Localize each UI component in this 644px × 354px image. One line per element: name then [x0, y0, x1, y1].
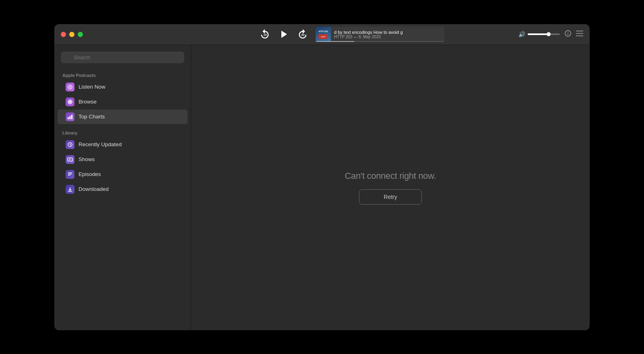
recently-updated-icon: [66, 140, 74, 149]
episodes-icon: [66, 170, 74, 179]
now-playing-subtitle: HTTP 203 — 8. May 2020: [334, 35, 441, 39]
search-container: 🔍: [54, 52, 191, 70]
play-button[interactable]: [276, 28, 291, 40]
browse-icon: [66, 97, 74, 106]
listen-now-icon: [66, 83, 74, 91]
volume-control[interactable]: 🔊: [518, 31, 560, 37]
svg-text:15: 15: [264, 33, 267, 36]
now-playing-bar[interactable]: HTTP 203 HTTP d by text encodings How to…: [316, 27, 444, 42]
thumbnail-label: HTTP 203: [318, 29, 329, 34]
skip-back-button[interactable]: 15: [256, 27, 274, 41]
title-bar: 15 30 HTTP 203: [54, 24, 590, 45]
downloaded-label: Downloaded: [78, 186, 109, 192]
recently-updated-label: Recently Updated: [78, 141, 122, 147]
close-button[interactable]: [61, 32, 66, 37]
volume-thumb: [547, 32, 551, 36]
minimize-button[interactable]: [69, 32, 74, 37]
downloaded-icon: [66, 185, 74, 194]
shows-label: Shows: [78, 156, 95, 162]
svg-point-11: [69, 101, 71, 103]
podcast-thumbnail: HTTP 203 HTTP: [316, 27, 331, 42]
svg-rect-16: [68, 158, 72, 161]
progress-bar[interactable]: [316, 41, 444, 42]
app-window: 15 30 HTTP 203: [54, 24, 590, 330]
svg-rect-13: [70, 116, 71, 119]
top-charts-icon: [66, 112, 74, 121]
browse-label: Browse: [78, 99, 97, 105]
search-input[interactable]: [61, 52, 184, 63]
player-controls: 15 30 HTTP 203: [191, 27, 509, 42]
svg-marker-9: [70, 86, 72, 88]
library-section-label: Library: [54, 127, 191, 137]
apple-podcasts-section-label: Apple Podcasts: [54, 70, 191, 79]
sidebar-item-shows[interactable]: Shows: [58, 152, 188, 167]
volume-slider[interactable]: [528, 33, 560, 35]
shows-icon: [66, 155, 74, 164]
now-playing-info: d by text encodings How to avoid g HTTP …: [331, 29, 444, 40]
sidebar-item-downloaded[interactable]: Downloaded: [58, 182, 188, 197]
sidebar-item-recently-updated[interactable]: Recently Updated: [58, 137, 188, 152]
traffic-lights: [54, 32, 191, 37]
list-button[interactable]: [576, 31, 583, 38]
main-content: 🔍 Apple Podcasts Listen Now: [54, 45, 590, 330]
sidebar-item-listen-now[interactable]: Listen Now: [58, 80, 188, 94]
skip-forward-button[interactable]: 30: [294, 27, 312, 41]
svg-text:30: 30: [301, 33, 305, 36]
volume-icon: 🔊: [518, 31, 525, 37]
svg-marker-1: [281, 31, 287, 38]
info-button[interactable]: i: [565, 30, 571, 38]
sidebar-item-top-charts[interactable]: Top Charts: [58, 110, 188, 124]
episodes-label: Episodes: [78, 171, 101, 177]
search-wrapper: 🔍: [61, 52, 184, 63]
now-playing-title: d by text encodings How to avoid g: [334, 30, 441, 35]
maximize-button[interactable]: [78, 32, 83, 37]
svg-rect-12: [68, 117, 69, 119]
sidebar-item-browse[interactable]: Browse: [58, 95, 188, 109]
progress-fill: [316, 41, 354, 42]
sidebar: 🔍 Apple Podcasts Listen Now: [54, 45, 191, 330]
listen-now-label: Listen Now: [78, 84, 105, 90]
volume-fill: [528, 33, 549, 35]
main-panel: Can't connect right now. Retry: [191, 45, 590, 330]
title-bar-right: 🔊 i: [509, 30, 590, 38]
svg-rect-14: [71, 115, 72, 119]
retry-button[interactable]: Retry: [359, 189, 421, 205]
svg-text:i: i: [568, 32, 569, 36]
top-charts-label: Top Charts: [78, 114, 105, 120]
sidebar-item-episodes[interactable]: Episodes: [58, 167, 188, 182]
error-message: Can't connect right now.: [345, 171, 436, 181]
